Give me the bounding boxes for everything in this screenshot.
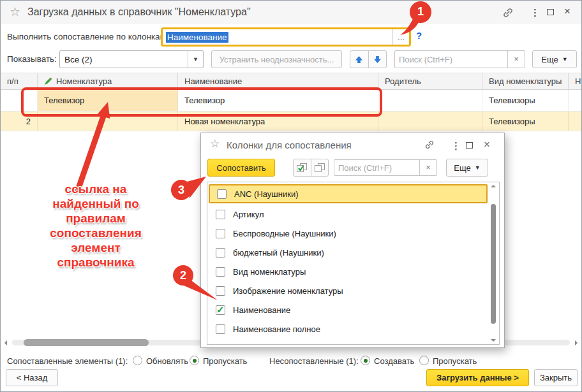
choose-columns-button[interactable]: ... (392, 29, 409, 45)
checkbox[interactable] (216, 305, 225, 315)
close-icon[interactable]: × (564, 5, 571, 18)
annotation-note: ссылка на найденный по правилам сопостав… (16, 182, 175, 270)
mapping-columns-label: Выполнить сопоставление по колонкам: (7, 32, 168, 41)
dialog-more-button[interactable]: Еще ▼ (446, 159, 488, 177)
checkbox[interactable] (216, 324, 225, 334)
table-cell[interactable]: Новая номенклатура (178, 112, 378, 131)
table-cell[interactable] (378, 112, 482, 131)
column-header-num[interactable]: п/п (1, 73, 38, 89)
column-item-label: Наименование (233, 305, 290, 315)
menu-dots-icon[interactable]: ⋮ (530, 7, 540, 18)
table-row[interactable]: Телевизор Телевизор Телевизоры (1, 90, 582, 112)
table-cell[interactable] (38, 112, 178, 131)
annotation-badge-3 (171, 180, 191, 200)
more-button[interactable]: Еще ▼ (532, 50, 577, 68)
column-header-next[interactable]: Н (569, 73, 582, 89)
chevron-down-icon: ▼ (562, 56, 568, 62)
checkbox[interactable] (216, 229, 225, 238)
column-header-nomenclature[interactable]: Номенклатура (38, 73, 178, 89)
table-cell[interactable] (1, 90, 38, 112)
chevron-down-icon[interactable]: ▼ (188, 51, 203, 68)
scroll-up-icon[interactable] (491, 185, 496, 187)
show-filter-select[interactable]: Все (2) ▼ (59, 50, 204, 68)
favorite-star-icon[interactable]: ☆ (10, 6, 20, 18)
maximize-icon[interactable] (466, 142, 473, 149)
table-row[interactable]: 2 Новая номенклатура Телевизоры (1, 112, 582, 131)
title-bar: ☆ Загрузка данных в справочник "Номенкла… (1, 1, 581, 24)
favorite-star-icon[interactable]: ☆ (210, 138, 220, 149)
table-cell[interactable]: Телевизор (38, 90, 178, 112)
load-data-button[interactable]: Загрузить данные > (426, 369, 529, 386)
column-header-kind[interactable]: Вид номенклатуры (482, 73, 569, 89)
mapping-columns-value-area[interactable]: Наименование (163, 29, 392, 45)
search-clear-icon[interactable]: × (507, 51, 525, 68)
annotation-note-line: ссылка на (16, 182, 175, 196)
table-cell[interactable] (378, 90, 482, 112)
column-item-7[interactable]: Наименование полное (209, 319, 488, 338)
table-cell[interactable] (569, 90, 582, 112)
column-item-1[interactable]: Артикул (209, 205, 488, 224)
radio-skip-unmatched-label[interactable]: Пропускать (433, 356, 477, 366)
radio-update-label[interactable]: Обновлять (146, 356, 188, 366)
radio-skip-matched-label[interactable]: Пропускать (203, 356, 247, 366)
help-link[interactable]: ? (416, 30, 422, 41)
annotation-badge-3-number: 3 (175, 184, 187, 197)
dialog-search-input[interactable] (334, 160, 419, 175)
back-button[interactable]: < Назад (6, 369, 58, 386)
uncheck-all-button[interactable] (311, 159, 329, 176)
menu-dots-icon[interactable]: ⋮ (451, 140, 461, 152)
column-item-0[interactable]: ANC (Наушники) (209, 184, 488, 203)
column-item-6[interactable]: Наименование (209, 300, 488, 319)
checkbox[interactable] (216, 267, 225, 277)
column-item-3[interactable]: бюджетный (Наушники) (209, 243, 488, 262)
search-clear-icon[interactable]: × (419, 160, 436, 175)
checkbox[interactable] (216, 248, 225, 258)
vertical-scrollbar-thumb[interactable] (491, 204, 496, 324)
column-header-name[interactable]: Наименование (178, 73, 378, 89)
disambiguate-button[interactable]: Устранить неоднозначность... (211, 50, 342, 68)
table-cell[interactable]: Телевизоры (482, 112, 569, 131)
table-cell[interactable]: Телевизоры (482, 90, 569, 112)
matched-elements-label: Сопоставленные элементы (1): (7, 356, 128, 366)
column-item-label: бюджетный (Наушники) (233, 248, 324, 258)
annotation-note-line: найденный по (16, 196, 175, 211)
scroll-right-icon[interactable] (575, 340, 578, 345)
table-cell[interactable]: 2 (1, 112, 38, 131)
link-icon[interactable] (424, 140, 435, 152)
checkbox[interactable] (216, 210, 225, 219)
annotation-note-line: элемент (16, 240, 175, 255)
checkbox[interactable] (216, 286, 225, 296)
radio-create-label[interactable]: Создавать (374, 356, 414, 366)
map-button[interactable]: Сопоставить (207, 159, 275, 177)
close-button[interactable]: Закрыть (534, 369, 578, 386)
unmatched-elements-label: Несопоставленные (1): (269, 356, 359, 366)
move-down-button[interactable] (368, 51, 387, 68)
move-up-button[interactable] (350, 51, 368, 68)
table-cell[interactable]: Телевизор (178, 90, 378, 112)
column-item-5[interactable]: Изображение номенклатуры (209, 281, 488, 300)
close-icon[interactable]: × (484, 138, 490, 151)
vertical-scrollbar[interactable] (489, 184, 498, 343)
table-search-input[interactable] (395, 51, 507, 68)
radio-skip-unmatched[interactable] (419, 356, 429, 365)
horizontal-scrollbar-thumb[interactable] (24, 339, 149, 346)
column-item-label: Вид номенклатуры (233, 267, 306, 277)
column-item-4[interactable]: Вид номенклатуры (209, 262, 488, 281)
annotation-note-line: правилам (16, 211, 175, 226)
mapping-columns-input[interactable]: Наименование ... (161, 27, 411, 47)
table-search-box: × (394, 50, 525, 68)
scroll-left-icon[interactable] (4, 340, 7, 345)
table-cell[interactable] (569, 112, 582, 131)
column-header-parent[interactable]: Родитель (378, 73, 482, 89)
column-item-2[interactable]: Беспроводные (Наушники) (209, 224, 488, 243)
radio-update[interactable] (133, 356, 142, 365)
checkbox[interactable] (217, 189, 227, 199)
radio-skip-matched[interactable] (190, 356, 199, 365)
link-icon[interactable] (502, 7, 514, 21)
dialog-title: Колонки для сопоставления (227, 140, 352, 150)
columns-list: ANC (Наушники) Артикул Беспроводные (Нау… (207, 182, 500, 345)
check-all-button[interactable] (294, 159, 311, 176)
radio-create[interactable] (361, 356, 370, 365)
maximize-icon[interactable] (547, 9, 554, 15)
scroll-down-icon[interactable] (491, 339, 496, 342)
